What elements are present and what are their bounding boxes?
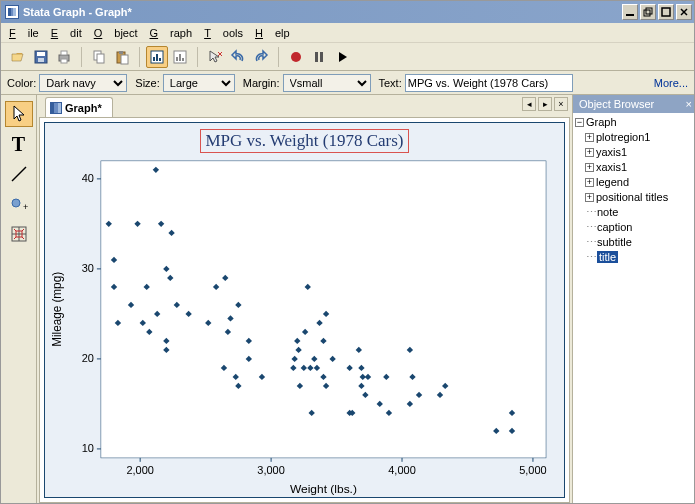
pause-button[interactable]	[308, 46, 330, 68]
svg-rect-36	[101, 161, 546, 458]
tree-item[interactable]: ⋯title	[575, 250, 692, 265]
tool-strip: T +	[1, 95, 37, 504]
tab-prev[interactable]: ◂	[522, 97, 536, 111]
title-bar: Stata Graph - Graph*	[1, 1, 694, 23]
open-button[interactable]	[7, 46, 29, 68]
color-select[interactable]: Dark navy	[39, 74, 127, 92]
tree-expand-icon[interactable]: +	[585, 193, 594, 202]
record-button[interactable]	[285, 46, 307, 68]
svg-rect-10	[61, 51, 67, 55]
svg-rect-22	[176, 57, 178, 61]
menu-file[interactable]: File	[9, 27, 39, 39]
tree-collapse-icon[interactable]: −	[575, 118, 584, 127]
tree-root[interactable]: Graph	[586, 116, 617, 128]
graph-pane: Graph* ◂ ▸ × MPG vs. Weight (1978 Cars) …	[37, 95, 572, 504]
tree-item[interactable]: +yaxis1	[575, 145, 692, 160]
tree-expand-icon[interactable]: +	[585, 178, 594, 187]
svg-rect-23	[179, 54, 181, 61]
save-button[interactable]	[30, 46, 52, 68]
tree-item[interactable]: ⋯subtitle	[575, 235, 692, 250]
svg-text:+: +	[23, 202, 28, 212]
svg-point-27	[291, 52, 301, 62]
play-button[interactable]	[331, 46, 353, 68]
maximize-button[interactable]	[658, 4, 674, 20]
svg-rect-11	[61, 59, 67, 63]
svg-rect-13	[97, 54, 104, 63]
svg-rect-19	[156, 54, 158, 61]
menu-object[interactable]: Object	[94, 27, 138, 39]
svg-text:40: 40	[82, 172, 94, 184]
tree-item[interactable]: ⋯note	[575, 205, 692, 220]
more-link[interactable]: More...	[654, 77, 688, 89]
color-label: Color:	[7, 77, 36, 89]
size-label: Size:	[135, 77, 159, 89]
svg-text:20: 20	[82, 352, 94, 364]
svg-rect-7	[37, 52, 45, 56]
menu-graph[interactable]: Graph	[150, 27, 193, 39]
text-tool[interactable]: T	[5, 131, 33, 157]
close-button[interactable]	[676, 4, 692, 20]
size-select[interactable]: Large	[163, 74, 235, 92]
graph-tab-label: Graph*	[65, 102, 102, 114]
svg-text:Mileage (mpg): Mileage (mpg)	[50, 272, 64, 347]
svg-rect-15	[119, 51, 123, 54]
svg-rect-16	[121, 55, 128, 64]
menu-edit[interactable]: Edit	[51, 27, 82, 39]
undo-button[interactable]	[227, 46, 249, 68]
graph-preview-button[interactable]	[169, 46, 191, 68]
copy-button[interactable]	[88, 46, 110, 68]
svg-rect-8	[38, 58, 44, 62]
grid-edit-tool[interactable]	[5, 221, 33, 247]
graph-editor-button[interactable]	[146, 46, 168, 68]
tree-item[interactable]: +xaxis1	[575, 160, 692, 175]
tab-close[interactable]: ×	[554, 97, 568, 111]
svg-rect-29	[320, 52, 323, 62]
text-field[interactable]: MPG vs. Weight (1978 Cars)	[405, 74, 573, 92]
scatter-chart[interactable]: 102030402,0003,0004,0005,000Weight (lbs.…	[45, 155, 564, 497]
minimize-button[interactable]	[622, 4, 638, 20]
svg-point-31	[12, 199, 20, 207]
window-title: Stata Graph - Graph*	[23, 6, 622, 18]
tree-expand-icon[interactable]: +	[585, 148, 594, 157]
object-browser: Object Browser × −Graph+plotregion1+yaxi…	[572, 95, 694, 504]
menu-tools[interactable]: Tools	[204, 27, 243, 39]
menu-bar: File Edit Object Graph Tools Help	[1, 23, 694, 43]
properties-bar: Color: Dark navy Size: Large Margin: Vsm…	[1, 71, 694, 95]
svg-rect-1	[644, 10, 650, 16]
paste-button[interactable]	[111, 46, 133, 68]
tree-item[interactable]: +plotregion1	[575, 130, 692, 145]
margin-select[interactable]: Vsmall	[283, 74, 371, 92]
svg-line-30	[12, 167, 26, 181]
tree-item[interactable]: +legend	[575, 175, 692, 190]
toolbar	[1, 43, 694, 71]
object-browser-close[interactable]: ×	[686, 98, 692, 110]
tree-item[interactable]: +positional titles	[575, 190, 692, 205]
restore-button[interactable]	[640, 4, 656, 20]
graph-tab[interactable]: Graph*	[45, 97, 113, 117]
line-tool[interactable]	[5, 161, 33, 187]
print-button[interactable]	[53, 46, 75, 68]
deselect-button[interactable]	[204, 46, 226, 68]
redo-button[interactable]	[250, 46, 272, 68]
menu-help[interactable]: Help	[255, 27, 290, 39]
pointer-tool[interactable]	[5, 101, 33, 127]
tree-expand-icon[interactable]: +	[585, 133, 594, 142]
svg-rect-28	[315, 52, 318, 62]
svg-rect-20	[159, 58, 161, 61]
marker-tool[interactable]: +	[5, 191, 33, 217]
svg-rect-3	[662, 8, 670, 16]
text-label: Text:	[379, 77, 402, 89]
tab-next[interactable]: ▸	[538, 97, 552, 111]
svg-text:2,000: 2,000	[126, 464, 153, 476]
svg-text:3,000: 3,000	[257, 464, 284, 476]
object-browser-title: Object Browser	[579, 98, 654, 110]
margin-label: Margin:	[243, 77, 280, 89]
chart-title[interactable]: MPG vs. Weight (1978 Cars)	[200, 129, 408, 153]
app-icon	[5, 5, 19, 19]
svg-text:4,000: 4,000	[388, 464, 415, 476]
svg-text:Weight (lbs.): Weight (lbs.)	[290, 482, 357, 496]
tree-expand-icon[interactable]: +	[585, 163, 594, 172]
svg-text:5,000: 5,000	[519, 464, 546, 476]
svg-rect-2	[646, 8, 652, 14]
tree-item[interactable]: ⋯caption	[575, 220, 692, 235]
